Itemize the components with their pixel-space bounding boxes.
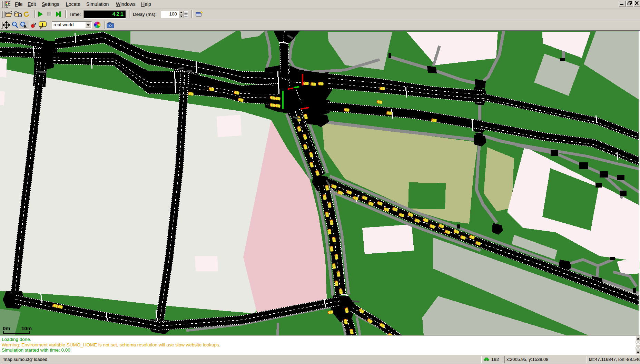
svg-text:0m: 0m: [3, 325, 10, 331]
svg-text:?: ?: [33, 22, 36, 28]
svg-text:10m: 10m: [21, 325, 32, 331]
